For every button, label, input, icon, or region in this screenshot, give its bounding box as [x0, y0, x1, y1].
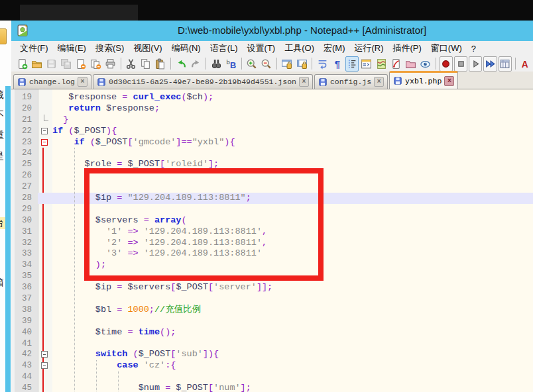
- open-file-button[interactable]: [30, 56, 43, 72]
- code-line[interactable]: 38 $bl = 1000;//充值比例: [11, 305, 533, 316]
- zoom-in-button[interactable]: [245, 56, 259, 72]
- code-line[interactable]: 20 return $response;: [11, 103, 533, 115]
- macro-run-multiple-button[interactable]: [483, 56, 497, 72]
- copy-button[interactable]: [139, 56, 152, 72]
- print-button[interactable]: [103, 56, 117, 72]
- save-button[interactable]: [44, 56, 58, 72]
- sync-horizontal-scroll-button[interactable]: [295, 56, 308, 72]
- code-line[interactable]: 31 '1' => '129.204.189.113:8811',: [11, 226, 533, 238]
- title-bar[interactable]: D:\web-mobile\yxbl\yxbl.php - Notepad++ …: [11, 21, 533, 41]
- tab-change-log[interactable]: change.log×: [13, 74, 91, 89]
- find-button[interactable]: [209, 56, 223, 72]
- macro-stop-button[interactable]: [454, 56, 467, 72]
- code-line[interactable]: 34 );: [11, 260, 533, 271]
- tab-close-icon[interactable]: ×: [299, 77, 309, 87]
- zoom-out-button[interactable]: [260, 56, 273, 72]
- function-list-button[interactable]: [360, 56, 373, 72]
- save-all-button[interactable]: [60, 56, 73, 72]
- saved-floppy-icon: [318, 77, 327, 87]
- code-line[interactable]: 42 switch ($_POST['sub']){: [11, 349, 533, 360]
- saved-floppy-icon: [97, 77, 106, 87]
- code-line[interactable]: 39: [11, 316, 533, 327]
- show-all-characters-button[interactable]: ¶: [330, 56, 343, 72]
- menu-item-macro[interactable]: 宏(M): [319, 41, 350, 56]
- macro-record-button[interactable]: [440, 56, 453, 72]
- code-text: $time = time();: [52, 327, 176, 338]
- replace-button[interactable]: bB: [224, 56, 237, 72]
- undo-button[interactable]: [174, 56, 188, 72]
- code-line[interactable]: 45 $num = $_POST['num'];: [11, 383, 533, 392]
- menu-item-language[interactable]: 语言(L): [206, 41, 243, 56]
- close-all-documents-button[interactable]: [89, 56, 102, 72]
- code-line[interactable]: 23 if ($_POST['gmcode']=="yxbl"){: [11, 137, 533, 148]
- code-line[interactable]: 32 '2' => '129.204.189.113:8811',: [11, 238, 533, 249]
- paste-button[interactable]: [154, 56, 167, 72]
- tab-config-js[interactable]: config.js×: [314, 74, 388, 89]
- tab-close-icon[interactable]: ×: [444, 76, 454, 86]
- new-file-button[interactable]: [15, 56, 29, 72]
- code-line[interactable]: 43 case 'cz':{: [11, 360, 533, 371]
- menu-item-settings[interactable]: 设置(T): [243, 41, 280, 56]
- code-line[interactable]: 41: [11, 338, 533, 350]
- code-line[interactable]: 33 '3' => '129.204.189.113:8811': [11, 248, 533, 260]
- tab-label: change.log: [29, 77, 75, 86]
- menu-item-plugins[interactable]: 插件(P): [388, 41, 426, 56]
- code-line[interactable]: 30 $servers = array(: [11, 215, 533, 226]
- menu-item-search[interactable]: 搜索(S): [91, 41, 129, 56]
- fold-collapse-icon[interactable]: [41, 128, 48, 134]
- document-map-button[interactable]: [375, 56, 388, 72]
- show-indent-guide-button[interactable]: [345, 56, 359, 72]
- folder-as-workspace-button[interactable]: [404, 56, 418, 72]
- menu-item-tools[interactable]: 工具(O): [280, 41, 319, 56]
- code-line[interactable]: 27: [11, 181, 533, 193]
- code-line[interactable]: 37: [11, 293, 533, 305]
- close-document-button[interactable]: [74, 56, 88, 72]
- macro-save-button[interactable]: [499, 56, 512, 72]
- cut-button[interactable]: [124, 56, 137, 72]
- tab-bar: change.log×0d30c115-6a25-49e7-be89-2b19b…: [11, 72, 533, 89]
- fold-end-icon: [44, 115, 48, 121]
- background-window-border: [5, 86, 11, 392]
- code-line[interactable]: 35: [11, 271, 533, 282]
- code-line[interactable]: 28 $ip = "129.204.189.113:8811";: [11, 193, 533, 204]
- menu-item-window[interactable]: 窗口(W): [426, 41, 467, 56]
- tab-close-icon[interactable]: ×: [374, 77, 384, 87]
- code-line[interactable]: 36 $ip = $servers[$_POST['server']];: [11, 282, 533, 293]
- menu-item-view[interactable]: 视图(V): [129, 41, 166, 56]
- sync-vertical-scroll-button[interactable]: [280, 56, 294, 72]
- menu-item-edit[interactable]: 编辑(E): [53, 41, 91, 56]
- code-line[interactable]: 40 $time = time();: [11, 327, 533, 338]
- code-line[interactable]: 29: [11, 204, 533, 215]
- menu-item-file[interactable]: 文件(F): [15, 41, 53, 56]
- code-line[interactable]: 21 }: [11, 115, 533, 126]
- menu-item-run[interactable]: 运行(R): [349, 41, 388, 56]
- code-line[interactable]: 24: [11, 148, 533, 159]
- tab-yxbl-php[interactable]: yxbl.php×: [389, 71, 458, 89]
- tab-json-file[interactable]: 0d30c115-6a25-49e7-be89-2b19b49d4551.jso…: [93, 74, 313, 89]
- code-line[interactable]: 22if ($_POST){: [11, 126, 533, 137]
- document-switcher-button[interactable]: [389, 56, 402, 72]
- sync-horizontal-scroll-icon: [296, 58, 308, 70]
- launch-button[interactable]: A: [519, 56, 532, 72]
- menu-item-encoding[interactable]: 编码(N): [167, 41, 206, 56]
- line-number: 35: [11, 271, 38, 282]
- code-line[interactable]: 26: [11, 170, 533, 181]
- code-line[interactable]: 44: [11, 371, 533, 383]
- tab-close-icon[interactable]: ×: [78, 77, 88, 87]
- fold-margin-cell: [38, 305, 52, 316]
- monitoring-button[interactable]: [419, 56, 432, 72]
- open-file-icon: [31, 58, 42, 70]
- redo-button[interactable]: [189, 56, 202, 72]
- fold-margin-cell: [38, 360, 52, 371]
- menu-item-help[interactable]: ?: [467, 42, 481, 55]
- background-top-bar: [0, 0, 533, 21]
- code-line[interactable]: 19 $response = curl_exec($ch);: [11, 92, 533, 103]
- fold-collapse-icon[interactable]: [41, 351, 48, 358]
- code-line[interactable]: 25 $role = $_POST['roleid'];: [11, 159, 533, 170]
- code-editor[interactable]: 19 $response = curl_exec($ch);20 return …: [11, 89, 533, 392]
- code-text: '3' => '129.204.189.113:8811': [52, 248, 262, 260]
- fold-collapse-icon[interactable]: [41, 139, 48, 146]
- fold-collapse-icon[interactable]: [41, 362, 48, 369]
- word-wrap-button[interactable]: [316, 56, 329, 72]
- macro-play-button[interactable]: [469, 56, 482, 72]
